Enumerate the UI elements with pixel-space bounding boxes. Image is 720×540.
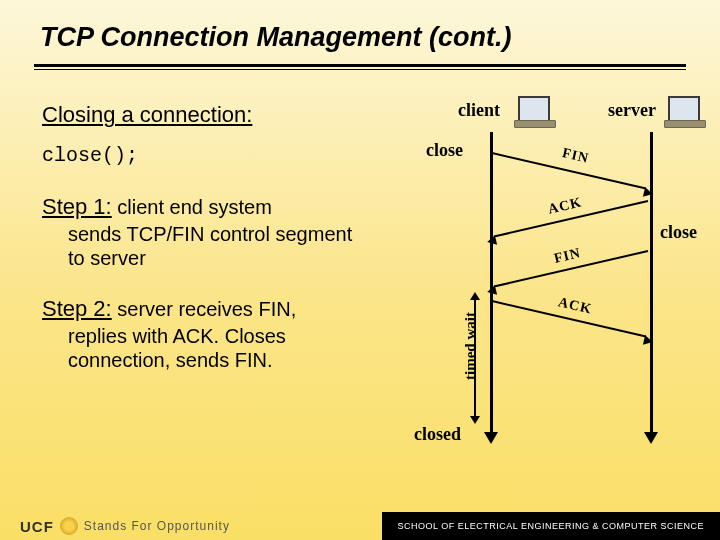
step-2: Step 2: server receives FIN, replies wit… xyxy=(42,296,362,373)
step-2-body: replies with ACK. Closes connection, sen… xyxy=(68,324,362,373)
timed-wait-label: timed wait xyxy=(462,296,479,396)
msg-fin1: FIN xyxy=(561,145,591,167)
section-heading: Closing a connection: xyxy=(42,102,252,128)
step-2-rest: server receives FIN, xyxy=(112,298,296,320)
arrow-head-icon xyxy=(486,235,497,247)
arrow-head-icon xyxy=(486,285,497,297)
title-divider xyxy=(34,64,686,70)
client-timeline xyxy=(490,132,493,432)
ucf-tagline: Stands For Opportunity xyxy=(84,519,230,533)
msg-ack2: ACK xyxy=(557,294,594,317)
step-1-body: sends TCP/FIN control segment to server xyxy=(68,222,362,271)
sequence-diagram: client server close close closed FIN ACK… xyxy=(420,100,700,470)
slide-title: TCP Connection Management (cont.) xyxy=(40,22,512,53)
arrow-down-icon xyxy=(644,432,658,444)
computer-icon xyxy=(668,96,700,124)
close-event-client: close xyxy=(426,140,463,161)
arrow-down-icon xyxy=(470,416,480,424)
server-timeline xyxy=(650,132,653,432)
closed-state: closed xyxy=(414,424,461,445)
arrow-down-icon xyxy=(484,432,498,444)
ucf-logo-text: UCF xyxy=(20,518,54,535)
computer-icon xyxy=(518,96,550,124)
step-2-head: Step 2: xyxy=(42,296,112,321)
msg-fin2: FIN xyxy=(553,245,583,267)
step-1: Step 1: client end system sends TCP/FIN … xyxy=(42,194,362,271)
ucf-seal-icon xyxy=(60,517,78,535)
server-label: server xyxy=(608,100,656,121)
code-close-call: close(); xyxy=(42,144,138,167)
step-1-rest: client end system xyxy=(112,196,272,218)
school-banner: SCHOOL OF ELECTRICAL ENGINEERING & COMPU… xyxy=(382,512,720,540)
client-label: client xyxy=(458,100,500,121)
close-event-server: close xyxy=(660,222,697,243)
msg-ack1: ACK xyxy=(547,194,584,217)
slide: TCP Connection Management (cont.) Closin… xyxy=(0,0,720,540)
step-1-head: Step 1: xyxy=(42,194,112,219)
